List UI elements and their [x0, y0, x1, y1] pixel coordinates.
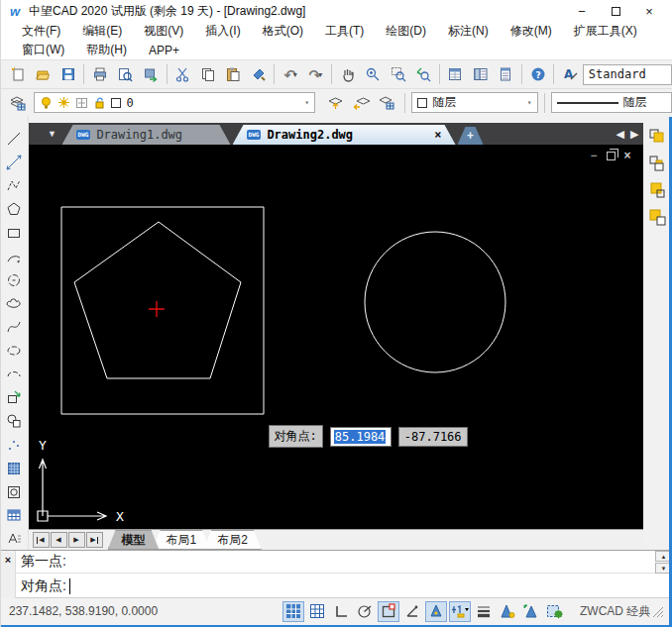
pan-button[interactable]: [335, 62, 360, 86]
drawing-canvas[interactable]: Y X − × 对角点: 85.1984 -87.7166: [29, 145, 643, 529]
point-tool-button[interactable]: [2, 434, 26, 456]
menu-app-plus[interactable]: APP+: [138, 44, 190, 57]
dynamic-input-toggle[interactable]: [449, 601, 471, 622]
layer-select[interactable]: 0 ▾: [34, 92, 315, 113]
doc-restore-button[interactable]: [607, 152, 616, 160]
make-object-layer-current-button[interactable]: [323, 91, 348, 115]
copy-button[interactable]: [195, 62, 220, 86]
dynamic-ucs-toggle[interactable]: [425, 601, 447, 622]
window-maximize-button[interactable]: [599, 1, 632, 21]
polar-toggle[interactable]: [354, 601, 376, 622]
mtext-tool-button[interactable]: [2, 528, 26, 550]
menu-draw[interactable]: 绘图(D): [375, 23, 437, 40]
zoom-previous-button[interactable]: [410, 62, 435, 86]
tab-close-icon[interactable]: ×: [434, 128, 441, 142]
tab-scroll-left-button[interactable]: ◀: [616, 128, 624, 141]
doc-minimize-button[interactable]: −: [591, 149, 598, 162]
paste-button[interactable]: [220, 62, 245, 86]
spline-tool-button[interactable]: [2, 316, 26, 338]
layout-first-button[interactable]: ◀: [33, 532, 50, 548]
grid-toggle[interactable]: [306, 601, 328, 622]
tab-drawing1[interactable]: DWG Drawing1.dwg: [62, 125, 231, 145]
menu-modify[interactable]: 修改(M): [500, 23, 563, 40]
dynamic-input-y-field[interactable]: -87.7166: [398, 427, 468, 447]
zoom-window-button[interactable]: [386, 62, 410, 86]
properties-palette-button[interactable]: [443, 62, 468, 86]
tool-palettes-button[interactable]: [494, 62, 518, 86]
save-button[interactable]: [56, 62, 80, 86]
polygon-tool-button[interactable]: [2, 198, 26, 220]
window-close-button[interactable]: ×: [632, 1, 666, 21]
menu-tools[interactable]: 工具(T): [314, 23, 375, 40]
zoom-realtime-button[interactable]: [360, 62, 385, 86]
color-select[interactable]: 随层 ▾: [411, 92, 537, 113]
osnap-toggle[interactable]: [378, 601, 399, 622]
new-tab-button[interactable]: +: [458, 127, 484, 145]
layout-prev-button[interactable]: ◀: [51, 532, 67, 548]
ellipse-arc-tool-button[interactable]: [2, 364, 26, 385]
polyline-tool-button[interactable]: [2, 175, 26, 197]
menu-view[interactable]: 视图(V): [133, 23, 194, 40]
otrack-toggle[interactable]: [401, 601, 423, 622]
line-tool-button[interactable]: [2, 128, 26, 150]
layout-next-button[interactable]: ▶: [68, 532, 85, 548]
doc-close-button[interactable]: ×: [624, 149, 631, 162]
cut-button[interactable]: [170, 62, 195, 86]
rectangle-tool-button[interactable]: [2, 222, 26, 244]
menu-dimension[interactable]: 标注(N): [437, 23, 500, 40]
layer-states-button[interactable]: [374, 91, 398, 115]
arc-tool-button[interactable]: [2, 246, 26, 267]
send-under-objects-button[interactable]: [645, 206, 669, 228]
text-style-select[interactable]: Standard: [583, 64, 672, 85]
open-file-button[interactable]: [30, 62, 55, 86]
new-file-button[interactable]: [5, 62, 30, 86]
tab-model[interactable]: 模型: [108, 530, 160, 550]
menu-help[interactable]: 帮助(H): [75, 42, 138, 58]
revision-cloud-tool-button[interactable]: [2, 292, 26, 314]
tab-list-button[interactable]: ▼: [43, 123, 62, 145]
snap-toggle[interactable]: [282, 601, 304, 622]
menu-insert[interactable]: 插入(I): [194, 23, 251, 40]
ortho-toggle[interactable]: [330, 601, 352, 622]
print-preview-button[interactable]: [113, 62, 138, 86]
tab-layout2[interactable]: 布局2: [203, 530, 262, 550]
help-button[interactable]: ?: [525, 62, 550, 86]
bring-to-front-button[interactable]: [645, 126, 669, 148]
table-tool-button[interactable]: [2, 505, 26, 527]
resize-grip[interactable]: [651, 605, 664, 618]
annotation-autoscale-toggle[interactable]: [520, 601, 542, 622]
lineweight-toggle[interactable]: [473, 601, 495, 622]
dynamic-input-x-field[interactable]: 85.1984: [330, 427, 392, 447]
make-block-tool-button[interactable]: [2, 410, 26, 432]
bring-above-objects-button[interactable]: [645, 179, 669, 201]
tab-drawing2[interactable]: DWG Drawing2.dwg ×: [233, 125, 456, 145]
construction-line-tool-button[interactable]: [2, 152, 26, 173]
tab-layout1[interactable]: 布局1: [153, 530, 211, 550]
undo-button[interactable]: ↶▾: [278, 62, 302, 86]
tab-scroll-right-button[interactable]: ▶: [630, 128, 638, 141]
layer-manager-button[interactable]: [5, 91, 30, 115]
hatch-tool-button[interactable]: [2, 458, 26, 479]
circle-tool-button[interactable]: [2, 269, 26, 291]
layout-last-button[interactable]: ▶: [86, 532, 103, 548]
workspace-switch-button[interactable]: [544, 601, 566, 622]
command-panel-close-button[interactable]: ×: [1, 551, 15, 569]
menu-window[interactable]: 窗口(W): [11, 42, 75, 58]
layer-previous-button[interactable]: [348, 91, 373, 115]
ellipse-tool-button[interactable]: [2, 340, 26, 362]
annotation-visibility-toggle[interactable]: [497, 601, 518, 622]
print-button[interactable]: [87, 62, 112, 86]
linetype-select[interactable]: 随层: [551, 92, 672, 113]
region-tool-button[interactable]: [2, 481, 26, 503]
text-style-button[interactable]: A: [557, 62, 582, 86]
redo-button[interactable]: ↷▾: [303, 62, 328, 86]
window-minimize-button[interactable]: −: [565, 1, 599, 21]
design-center-button[interactable]: [468, 62, 493, 86]
command-input-row[interactable]: 对角点:: [16, 575, 672, 598]
match-properties-button[interactable]: [246, 62, 271, 86]
insert-block-tool-button[interactable]: [2, 387, 26, 409]
send-to-back-button[interactable]: [645, 153, 669, 174]
menu-edit[interactable]: 编辑(E): [71, 23, 133, 40]
publish-button[interactable]: [138, 62, 163, 86]
menu-format[interactable]: 格式(O): [252, 23, 314, 40]
